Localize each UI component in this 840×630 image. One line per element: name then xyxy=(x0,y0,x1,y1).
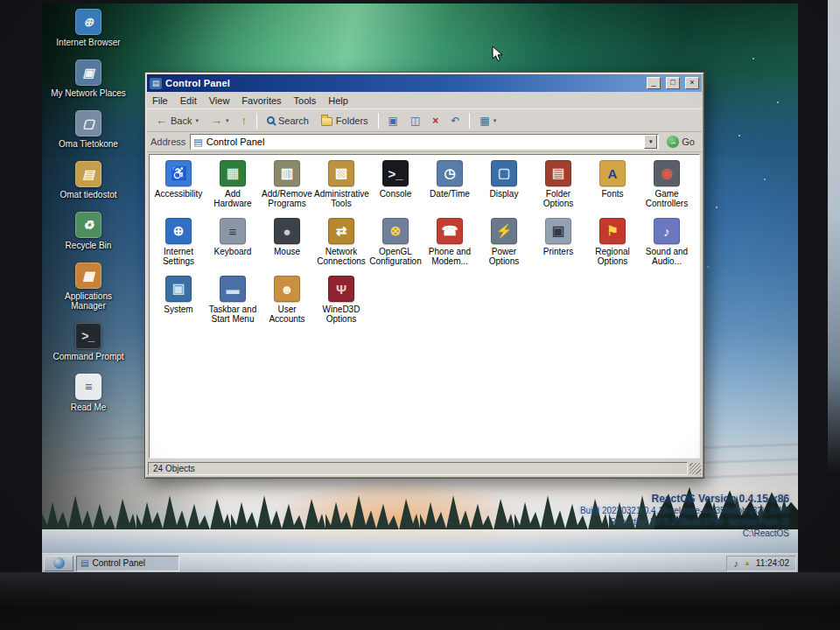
menu-item-favorites[interactable]: Favorites xyxy=(242,95,281,106)
desktop-icon-my-computer[interactable]: ▢ Oma Tietokone xyxy=(47,110,130,149)
laptop-bezel xyxy=(0,572,840,630)
views-button[interactable]: ▦ ▾ xyxy=(474,112,501,130)
undo-button[interactable]: ↶ xyxy=(445,112,465,130)
icon-glyph: ♪ xyxy=(663,224,670,239)
folders-button[interactable]: Folders xyxy=(316,112,374,129)
address-combo[interactable]: ▤ Control Panel ▾ xyxy=(190,134,659,150)
applications-manager-icon: ▦ xyxy=(75,262,102,289)
volume-icon[interactable]: ♪ xyxy=(733,558,738,569)
go-button[interactable]: → Go xyxy=(663,136,698,148)
command-prompt-icon: >_ xyxy=(75,323,102,349)
search-icon xyxy=(267,116,275,124)
control-panel-item-console[interactable]: >_Console xyxy=(368,160,423,218)
delete-button[interactable]: × xyxy=(427,112,444,130)
views-icon: ▦ xyxy=(480,115,489,127)
back-button[interactable]: ← Back ▾ xyxy=(150,113,204,129)
up-button[interactable]: ↑ xyxy=(236,113,253,129)
icon-glyph: ▥ xyxy=(281,165,293,181)
desktop-icon-column: ⊕ Internet Browser ▣ My Network Places ▢… xyxy=(47,9,130,412)
control-panel-item-system[interactable]: ▣System xyxy=(151,276,206,333)
up-arrow-icon: ↑ xyxy=(242,116,248,126)
control-panel-item-fonts[interactable]: AFonts xyxy=(585,160,640,218)
control-panel-item-regional-options[interactable]: ⚑Regional Options xyxy=(585,218,640,276)
item-label: OpenGL Configuration xyxy=(368,247,423,266)
desktop-icon-label: Omat tiedostot xyxy=(60,190,116,200)
control-panel-item-printers[interactable]: ▣Printers xyxy=(531,218,585,276)
control-panel-item-internet-settings[interactable]: ⊕Internet Settings xyxy=(151,218,206,276)
desktop-icon-label: Internet Browser xyxy=(56,38,120,47)
status-bar: 24 Objects xyxy=(147,460,702,476)
back-label: Back xyxy=(171,116,192,126)
undo-icon: ↶ xyxy=(451,115,459,127)
move-to-button[interactable]: ▣ xyxy=(383,112,403,130)
desktop-icon-my-documents[interactable]: ▤ Omat tiedostot xyxy=(47,161,130,200)
tray-status-icon[interactable]: ▲ xyxy=(744,559,751,567)
start-button[interactable] xyxy=(44,556,74,571)
control-panel-item-network-connections[interactable]: ⇄Network Connections xyxy=(314,218,368,276)
menu-item-file[interactable]: File xyxy=(152,95,168,106)
control-panel-item-game-controllers[interactable]: ◉Game Controllers xyxy=(640,160,694,218)
administrative-tools-icon: ▨ xyxy=(328,160,354,186)
my-documents-icon: ▤ xyxy=(75,161,102,187)
icon-glyph: ▦ xyxy=(227,165,239,181)
control-panel-item-user-accounts[interactable]: ☻User Accounts xyxy=(260,276,314,333)
icon-glyph: ≡ xyxy=(229,224,237,239)
address-value: Control Panel xyxy=(206,136,641,147)
menu-item-view[interactable]: View xyxy=(209,95,230,106)
desktop-icon-my-network-places[interactable]: ▣ My Network Places xyxy=(47,60,130,98)
control-panel-item-add-remove-programs[interactable]: ▥Add/Remove Programs xyxy=(260,160,314,218)
user-accounts-icon: ☻ xyxy=(274,276,300,302)
item-label: Display xyxy=(490,189,519,199)
forward-button[interactable]: → ▾ xyxy=(206,113,234,129)
control-panel-item-administrative-tools[interactable]: ▨Administrative Tools xyxy=(314,160,368,218)
control-panel-item-taskbar-and-start-menu[interactable]: ▬Taskbar and Start Menu xyxy=(206,276,260,333)
window-titlebar[interactable]: ▤ Control Panel _ □ × xyxy=(147,74,702,92)
item-label: Date/Time xyxy=(430,189,470,199)
control-panel-item-phone-and-modem[interactable]: ☎Phone and Modem... xyxy=(423,218,477,276)
menu-item-tools[interactable]: Tools xyxy=(294,95,317,106)
close-button[interactable]: × xyxy=(685,77,699,89)
desktop-icon-recycle-bin[interactable]: ♻ Recycle Bin xyxy=(47,212,130,250)
control-panel-item-grid: ♿Accessibility ▦Add Hardware ▥Add/Remove… xyxy=(149,154,700,458)
desktop-icon-label: Recycle Bin xyxy=(66,241,112,250)
control-panel-item-mouse[interactable]: ●Mouse xyxy=(260,218,314,276)
date-time-icon: ◷ xyxy=(437,160,463,186)
control-panel-item-display[interactable]: ▢Display xyxy=(477,160,531,218)
control-panel-item-opengl-configuration[interactable]: ⊗OpenGL Configuration xyxy=(368,218,423,276)
search-button[interactable]: Search xyxy=(262,113,314,129)
maximize-button[interactable]: □ xyxy=(666,77,680,89)
forward-chevron-icon: ▾ xyxy=(226,117,229,124)
taskbar-task-control-panel[interactable]: ▤ Control Panel xyxy=(76,556,179,571)
network-connections-icon: ⇄ xyxy=(328,218,354,244)
control-panel-item-accessibility[interactable]: ♿Accessibility xyxy=(151,160,206,218)
address-dropdown-button[interactable]: ▾ xyxy=(644,135,657,149)
control-panel-item-sound-and-audio[interactable]: ♪Sound and Audio... xyxy=(640,218,694,276)
resize-grip[interactable] xyxy=(690,463,701,474)
menu-item-help[interactable]: Help xyxy=(328,95,348,106)
desktop-icon-internet-browser[interactable]: ⊕ Internet Browser xyxy=(47,9,130,47)
read-me-icon: ≡ xyxy=(75,374,102,400)
icon-glyph: Ψ xyxy=(336,282,346,297)
go-label: Go xyxy=(682,136,695,147)
item-label: Sound and Audio... xyxy=(640,247,694,266)
item-label: Printers xyxy=(543,247,573,256)
control-panel-item-add-hardware[interactable]: ▦Add Hardware xyxy=(206,160,260,218)
icon-glyph: ◷ xyxy=(444,165,455,181)
desktop-icon-command-prompt[interactable]: >_ Command Prompt xyxy=(47,323,130,361)
control-panel-item-power-options[interactable]: ⚡Power Options xyxy=(477,218,531,276)
item-label: Internet Settings xyxy=(151,247,206,266)
clock[interactable]: 11:24:02 xyxy=(756,558,789,568)
control-panel-item-folder-options[interactable]: ▤Folder Options xyxy=(531,160,585,218)
minimize-button[interactable]: _ xyxy=(647,77,661,89)
desktop-icon-label: My Network Places xyxy=(51,88,126,98)
menu-item-edit[interactable]: Edit xyxy=(180,95,197,106)
item-label: User Accounts xyxy=(260,304,314,324)
delete-icon: × xyxy=(432,115,438,127)
control-panel-item-keyboard[interactable]: ≡Keyboard xyxy=(206,218,260,276)
copy-to-button[interactable]: ◫ xyxy=(405,112,425,130)
desktop-icon-read-me[interactable]: ≡ Read Me xyxy=(47,374,130,412)
desktop-icon-applications-manager[interactable]: ▦ Applications Manager xyxy=(47,262,130,311)
control-panel-item-wined3d-options[interactable]: ΨWineD3D Options xyxy=(314,276,368,333)
icon-glyph: ♿ xyxy=(171,165,187,181)
control-panel-item-date-time[interactable]: ◷Date/Time xyxy=(423,160,477,218)
